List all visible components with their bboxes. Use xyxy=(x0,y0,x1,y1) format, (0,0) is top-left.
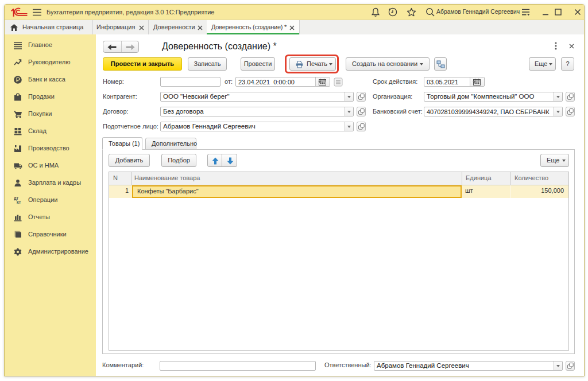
svg-text:Кт: Кт xyxy=(17,200,21,204)
